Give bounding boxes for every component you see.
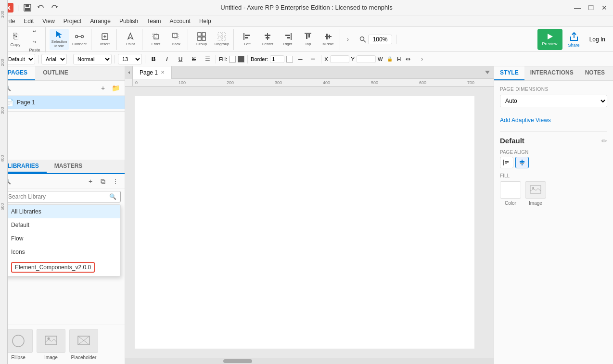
- canvas-tab-dropdown[interactable]: [481, 67, 494, 78]
- fill-color-option[interactable]: Color: [500, 181, 521, 206]
- svg-text:700: 700: [467, 80, 474, 85]
- maximize-button[interactable]: ☐: [586, 3, 596, 13]
- dropdown-item-all[interactable]: All Libraries: [4, 205, 120, 218]
- ellipse-thumb[interactable]: [4, 329, 33, 353]
- expand-icon[interactable]: ⇔: [403, 54, 413, 64]
- ungroup-button[interactable]: Ungroup: [212, 29, 231, 50]
- underline-button[interactable]: U: [175, 54, 186, 64]
- dropdown-item-default[interactable]: Default: [4, 218, 120, 232]
- menu-view[interactable]: View: [38, 17, 59, 25]
- canvas-tab-page1[interactable]: Page 1 ✕: [133, 66, 172, 79]
- point-button[interactable]: Point: [121, 29, 140, 50]
- save-icon[interactable]: [23, 3, 32, 13]
- align-center-button[interactable]: Center: [258, 29, 277, 50]
- add-library-button[interactable]: +: [85, 176, 96, 187]
- fill-color-dark-box[interactable]: [238, 56, 244, 63]
- align-top-button[interactable]: Top: [298, 29, 318, 50]
- menu-arrange[interactable]: Arrange: [86, 17, 115, 25]
- border-color-box[interactable]: [286, 56, 293, 63]
- tab-masters[interactable]: MASTERS: [47, 160, 90, 173]
- align-left-button[interactable]: Left: [238, 29, 257, 50]
- border-weight-btn[interactable]: ═: [307, 54, 318, 64]
- dropdown-item-flow[interactable]: Flow: [4, 232, 120, 245]
- scrollbar-thumb-h[interactable]: [223, 359, 252, 363]
- search-library-input[interactable]: [8, 193, 109, 200]
- close-button[interactable]: ✕: [600, 3, 609, 13]
- right-panel-tabs: STYLE INTERACTIONS NOTES: [494, 66, 613, 81]
- fill-color-swatch[interactable]: [500, 181, 521, 199]
- svg-marker-41: [548, 34, 553, 39]
- menu-team[interactable]: Team: [143, 17, 165, 25]
- menu-account[interactable]: Account: [166, 17, 194, 25]
- placeholder-thumb[interactable]: [69, 329, 98, 353]
- svg-rect-22: [218, 37, 221, 40]
- y-input[interactable]: [357, 55, 376, 63]
- svg-rect-28: [265, 35, 270, 36]
- page-dimensions-select[interactable]: Auto: [500, 95, 607, 107]
- align-center-page-btn[interactable]: [515, 157, 529, 168]
- insert-button[interactable]: Insert: [95, 29, 115, 50]
- tab-notes[interactable]: NOTES: [579, 66, 611, 80]
- lock-aspect-icon[interactable]: 🔒: [384, 54, 395, 64]
- canvas-tab-close[interactable]: ✕: [161, 70, 165, 75]
- weight-select[interactable]: Normal: [73, 54, 112, 64]
- bold-button[interactable]: B: [148, 54, 159, 64]
- strikethrough-button[interactable]: S: [189, 54, 199, 64]
- zoom-input[interactable]: [368, 35, 392, 44]
- copy-library-button[interactable]: ⧉: [98, 176, 108, 187]
- share-button[interactable]: Share: [564, 29, 584, 50]
- fill-image-option[interactable]: Image: [525, 181, 546, 206]
- add-folder-button[interactable]: 📁: [110, 83, 121, 93]
- align-middle-button[interactable]: Middle: [319, 29, 338, 50]
- group-button[interactable]: Group: [192, 29, 211, 50]
- menu-edit[interactable]: Edit: [20, 17, 38, 25]
- dropdown-item-icons[interactable]: Icons: [4, 245, 120, 259]
- image-thumb[interactable]: [37, 329, 65, 353]
- canvas-scrollbar-h[interactable]: [125, 358, 494, 364]
- back-button[interactable]: Back: [166, 29, 186, 50]
- minimize-button[interactable]: —: [573, 3, 582, 13]
- edit-default-icon[interactable]: ✏: [601, 137, 607, 145]
- login-button[interactable]: Log In: [586, 34, 609, 45]
- tab-style[interactable]: STYLE: [494, 66, 524, 80]
- border-style-btn[interactable]: ─: [295, 54, 306, 64]
- list-button[interactable]: ☰: [202, 54, 213, 64]
- format-overflow-button[interactable]: ›: [416, 56, 428, 63]
- border-value-input[interactable]: [270, 55, 284, 63]
- back-label: Back: [172, 42, 180, 46]
- selection-mode-button[interactable]: Selection Mode: [50, 29, 69, 50]
- dropdown-item-element-components[interactable]: Element_Components_v2.0.0: [4, 259, 120, 276]
- add-page-button[interactable]: +: [98, 83, 108, 93]
- svg-rect-17: [202, 33, 205, 36]
- style-select[interactable]: Default: [4, 54, 35, 64]
- add-adaptive-views-link[interactable]: Add Adaptive Views: [500, 117, 607, 124]
- tab-outline[interactable]: OUTLINE: [35, 66, 76, 80]
- italic-button[interactable]: I: [162, 54, 172, 64]
- size-select[interactable]: 13: [118, 54, 142, 64]
- x-input[interactable]: [330, 55, 349, 63]
- fill-color-box[interactable]: [229, 56, 236, 63]
- undo-button[interactable]: ↩: [26, 26, 43, 36]
- copy-button[interactable]: ⎘ Copy: [6, 29, 25, 50]
- library-dropdown-list: All Libraries Default Flow Icons Element…: [4, 204, 121, 276]
- menu-publish[interactable]: Publish: [115, 17, 142, 25]
- more-library-button[interactable]: ⋮: [110, 176, 121, 187]
- font-select[interactable]: Arial: [41, 54, 67, 64]
- preview-button[interactable]: Preview: [537, 29, 562, 50]
- connect-button[interactable]: Connect: [70, 29, 89, 50]
- fill-image-swatch[interactable]: [525, 181, 546, 199]
- svg-rect-14: [173, 33, 177, 38]
- page-item-page1[interactable]: 📄 Page 1: [0, 96, 125, 109]
- redo-button[interactable]: ↪: [26, 37, 43, 47]
- tab-interactions[interactable]: INTERACTIONS: [524, 66, 579, 80]
- canvas-viewport[interactable]: [125, 87, 494, 358]
- undo-icon[interactable]: [36, 3, 46, 13]
- redo-icon[interactable]: [50, 3, 59, 13]
- toolbar-overflow-button[interactable]: ›: [342, 36, 354, 43]
- search-input-box[interactable]: 🔍: [4, 191, 121, 202]
- align-left-page-btn[interactable]: [500, 157, 513, 168]
- menu-help[interactable]: Help: [195, 17, 215, 25]
- front-button[interactable]: Front: [146, 29, 166, 50]
- align-right-button[interactable]: Right: [278, 29, 297, 50]
- menu-project[interactable]: Project: [60, 17, 85, 25]
